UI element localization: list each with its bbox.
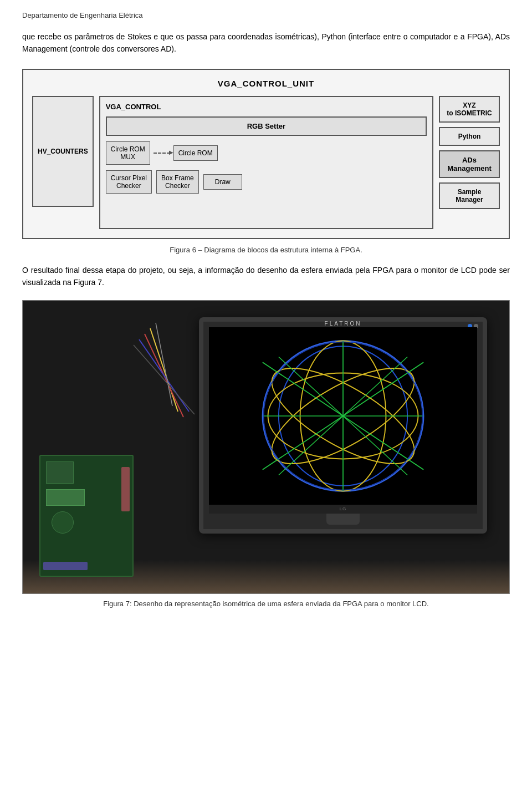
block-diagram: VGA_CONTROL_UNIT HV_COUNTERS VGA_CONTROL… (22, 69, 510, 239)
monitor-brand: FLATRON (325, 321, 362, 327)
rgb-setter-label: RGB Setter (247, 122, 285, 130)
cursor-pixel-checker-label: Cursor PixelChecker (111, 174, 147, 190)
figure6-caption: Figura 6 – Diagrama de blocos da estrutu… (22, 246, 510, 254)
hv-counters-label: HV_COUNTERS (38, 148, 88, 155)
python-block: Python (439, 127, 500, 146)
circle-rom-block: Circle ROM (173, 145, 218, 161)
monitor-display: FLATRON (199, 317, 487, 534)
box-frame-checker-label: Box FrameChecker (161, 174, 194, 190)
circle-row: Circle ROMMUX Circle ROM (106, 141, 427, 165)
right-panel: XYZto ISOMETRIC Python ADsManagement Sam… (439, 96, 500, 209)
svg-line-3 (156, 323, 172, 406)
hv-counters-block: HV_COUNTERS (32, 96, 94, 207)
monitor-photo: FLATRON (22, 300, 510, 594)
intro-paragraph: que recebe os parâmetros de Stokes e que… (22, 31, 510, 55)
page-header: Departamento de Engenharia Elétrica (22, 11, 510, 19)
sample-manager-block: SampleManager (439, 182, 500, 209)
vga-control-block: VGA_CONTROL RGB Setter Circle ROMMUX Cir… (99, 96, 433, 229)
arrow-icon (154, 153, 170, 154)
circle-rom-mux-block: Circle ROMMUX (106, 141, 150, 165)
svg-line-2 (139, 339, 189, 412)
ads-management-label: ADsManagement (447, 156, 491, 172)
box-frame-checker-block: Box FrameChecker (156, 170, 199, 194)
xyz-isometric-block: XYZto ISOMETRIC (439, 96, 500, 123)
sample-manager-label: SampleManager (456, 188, 483, 204)
department-title: Departamento de Engenharia Elétrica (22, 11, 143, 19)
circle-rom-label: Circle ROM (178, 149, 213, 157)
figure7-caption: Figura 7: Desenho da representação isomé… (22, 600, 510, 608)
rgb-setter-block: RGB Setter (106, 116, 427, 136)
sphere-drawing (209, 327, 477, 505)
diagram-title: VGA_CONTROL_UNIT (32, 79, 500, 88)
result-paragraph: O resultado final dessa etapa do projeto… (22, 264, 510, 289)
svg-line-0 (150, 328, 178, 412)
electronics-board (39, 455, 134, 577)
circle-rom-mux-label: Circle ROMMUX (111, 145, 145, 161)
cursor-pixel-checker-block: Cursor PixelChecker (106, 170, 152, 194)
xyz-isometric-label: XYZto ISOMETRIC (447, 101, 492, 117)
draw-label: Draw (215, 178, 231, 186)
draw-block: Draw (203, 174, 242, 190)
ads-management-block: ADsManagement (439, 150, 500, 178)
python-label: Python (458, 133, 481, 140)
cables-svg (67, 301, 206, 467)
vga-control-label: VGA_CONTROL (106, 103, 427, 111)
bottom-row: Cursor PixelChecker Box FrameChecker Dra… (106, 170, 427, 194)
monitor-stand (326, 514, 360, 525)
svg-line-4 (134, 345, 195, 414)
monitor-screen (209, 327, 477, 505)
